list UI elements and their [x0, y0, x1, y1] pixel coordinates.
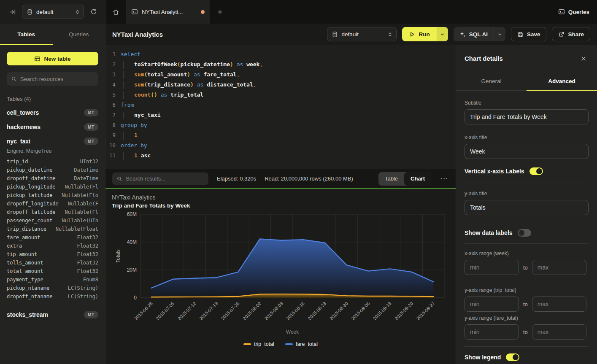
view-toggle-chart[interactable]: Chart [404, 172, 431, 186]
chart-details-tabs: General Advanced [456, 72, 597, 91]
share-button[interactable]: Share [552, 27, 590, 41]
show-data-labels-label: Show data labels [465, 229, 513, 236]
indent-guide [123, 61, 134, 69]
sidebar-tab-tables[interactable]: Tables [0, 24, 53, 45]
x-range-min-field[interactable] [465, 260, 519, 275]
view-toggle-table[interactable]: Table [378, 172, 404, 186]
sql-ai-button[interactable]: SQL AI [454, 27, 505, 41]
code-line[interactable]: sum(trip_distance) as distance_total, [121, 80, 456, 90]
new-table-button[interactable]: New table [7, 52, 98, 65]
sidebar-item-hackernews[interactable]: hackernews MT [7, 123, 98, 131]
sql-ai-main[interactable]: SQL AI [454, 27, 494, 41]
sidebar-item-nyc-taxi[interactable]: nyc_taxi MT [7, 138, 98, 145]
code-line[interactable]: count() as trip_total [121, 90, 456, 100]
column-row: trip_idUInt32 [7, 157, 98, 166]
save-button[interactable]: Save [511, 27, 547, 41]
sql-code[interactable]: selecttoStartOfWeek(pickup_datetime) as … [121, 49, 456, 169]
read-stat: Read: 20,000,000 rows (260.00 MB) [265, 175, 353, 182]
subtitle-field[interactable] [465, 109, 589, 124]
show-data-labels-toggle[interactable] [518, 229, 531, 237]
legend-item-trip_total[interactable]: trip_total [243, 341, 274, 347]
top-bar-spacer [230, 0, 551, 24]
code-line[interactable]: sum(total_amount) as fare_total, [121, 70, 456, 80]
indent-guide [123, 92, 134, 99]
sql-editor[interactable]: 1234567891011 selecttoStartOfWeek(pickup… [105, 45, 456, 169]
y-range-trip-max-field[interactable] [532, 297, 586, 312]
tab-general[interactable]: General [456, 72, 527, 90]
svg-text:2015-07-05: 2015-07-05 [155, 301, 175, 321]
sidebar-item-cell-towers[interactable]: cell_towers MT [7, 109, 98, 116]
column-row: fare_amountFloat32 [7, 233, 98, 242]
close-icon[interactable] [578, 54, 589, 64]
code-line[interactable]: 1 asc [121, 151, 456, 161]
code-line[interactable]: group by [121, 120, 456, 130]
tab-title: NYTaxi Analyti... [142, 9, 197, 15]
svg-text:2015-08-16: 2015-08-16 [285, 301, 305, 321]
results-search [112, 173, 208, 185]
x-range-max-field[interactable] [532, 260, 586, 275]
tab-advanced[interactable]: Advanced [527, 72, 597, 90]
legend-item-fare_total[interactable]: fare_total [285, 341, 318, 347]
refresh-icon[interactable] [88, 6, 99, 17]
show-legend-label: Show legend [465, 354, 501, 361]
results-search-input[interactable] [126, 175, 204, 182]
database-selector[interactable]: default [22, 5, 84, 19]
legend-label: fare_total [296, 341, 318, 347]
code-line[interactable]: order by [121, 140, 456, 151]
toolbar-database-value: default [341, 31, 384, 38]
sidebar-search-input[interactable] [20, 76, 94, 82]
svg-text:0: 0 [134, 295, 137, 301]
column-row: dropoff_datetimeDateTime [7, 174, 98, 183]
svg-text:2015-08-30: 2015-08-30 [329, 301, 349, 321]
toolbar-database-selector[interactable]: default [327, 27, 397, 41]
indent-guide [123, 71, 134, 79]
legend-swatch-icon [285, 343, 293, 345]
table-name: hackernews [7, 124, 84, 130]
y-range-fare-min-field[interactable] [465, 324, 519, 340]
svg-text:2015-09-27: 2015-09-27 [415, 301, 435, 321]
engine-badge: MT [84, 123, 98, 131]
chart-subtitle: Trip and Fare Totals by Week [112, 202, 456, 209]
table-name: cell_towers [7, 109, 84, 116]
indent-guide [123, 132, 134, 140]
divider [465, 346, 589, 347]
svg-text:2015-06-28: 2015-06-28 [133, 301, 154, 321]
show-legend-toggle[interactable] [506, 353, 519, 361]
sidebar-item-stocks-stream[interactable]: stocks_stream MT [7, 311, 98, 318]
svg-text:2015-09-20: 2015-09-20 [394, 301, 414, 321]
run-button[interactable]: Run [402, 27, 448, 41]
view-toggle: Table Chart [378, 172, 431, 186]
code-line[interactable]: nyc_taxi [121, 110, 456, 120]
chevron-updown-icon [387, 32, 393, 37]
database-icon [332, 31, 338, 38]
code-line[interactable]: toStartOfWeek(pickup_datetime) as week, [121, 59, 456, 70]
y-range-trip-min-field[interactable] [465, 297, 519, 312]
table-name: nyc_taxi [7, 138, 84, 145]
y-axis-title-field[interactable] [465, 200, 589, 215]
collapse-sidebar-icon[interactable] [7, 6, 18, 17]
sql-ai-dropdown-button[interactable] [494, 27, 505, 41]
code-line[interactable]: from [121, 100, 456, 110]
vertical-x-axis-labels-toggle[interactable] [529, 167, 543, 175]
code-line[interactable]: select [121, 49, 456, 59]
chart-details-header: Chart details [456, 45, 597, 72]
run-button-main[interactable]: Run [402, 27, 436, 41]
home-button[interactable] [105, 0, 126, 24]
range-to-label: to [523, 329, 528, 335]
workspace: Tables Queries New table Tables (4) cell… [0, 24, 597, 364]
new-tab-button[interactable] [210, 0, 230, 24]
database-icon [27, 9, 33, 15]
tab-strip: NYTaxi Analyti... Queries [105, 0, 597, 24]
run-dropdown-button[interactable] [437, 27, 448, 41]
code-line[interactable]: 1 [121, 130, 456, 140]
tab-nytaxi-analytics[interactable]: NYTaxi Analyti... [126, 0, 210, 24]
editor-column: 1234567891011 selecttoStartOfWeek(pickup… [105, 45, 456, 364]
x-axis-title-field[interactable] [465, 144, 589, 159]
column-row: dropoff_ntanameLC(String) [7, 292, 98, 301]
y-range-fare-max-field[interactable] [532, 324, 586, 340]
more-options-icon[interactable]: ⋯ [440, 174, 449, 183]
sidebar-tab-queries[interactable]: Queries [53, 24, 105, 45]
queries-button[interactable]: Queries [551, 0, 597, 24]
unsaved-dot-icon [201, 10, 205, 14]
column-row: pickup_longitudeNullable(Fl [7, 183, 98, 191]
